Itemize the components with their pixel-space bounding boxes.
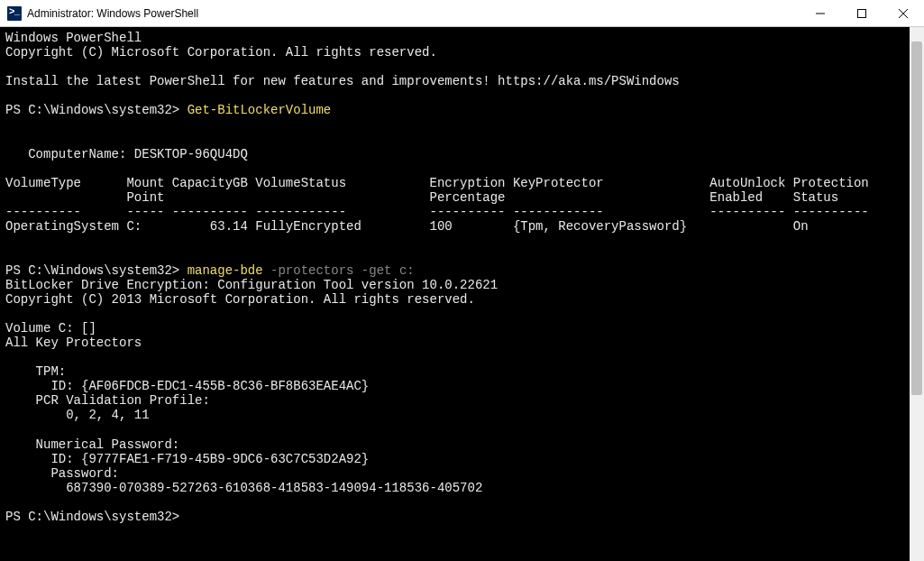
mbde-l7: PCR Validation Profile:: [5, 393, 210, 408]
mbde-l1: BitLocker Drive Encryption: Configuratio…: [5, 278, 498, 292]
table-row: OperatingSystem C: 63.14 FullyEncrypted …: [5, 219, 809, 234]
vertical-scrollbar[interactable]: [910, 27, 924, 561]
window-controls: [800, 0, 924, 26]
table-header-2: Point Percentage Enabled Status: [5, 190, 838, 205]
scrollbar-track[interactable]: [910, 41, 924, 547]
mbde-l10: ID: {9777FAE1-F719-45B9-9DC6-63C7C53D2A9…: [5, 452, 369, 466]
mbde-l9: Numerical Password:: [5, 437, 179, 452]
install-msg: Install the latest PowerShell for new fe…: [5, 74, 680, 88]
window-title: Administrator: Windows PowerShell: [27, 7, 800, 20]
window-titlebar: Administrator: Windows PowerShell: [0, 0, 924, 27]
mbde-l2: Copyright (C) 2013 Microsoft Corporation…: [5, 292, 475, 307]
prompt2-cmd: manage-bde: [188, 263, 263, 278]
prompt2-args: -protectors -get c:: [263, 263, 415, 278]
mbde-l12: 687390-070389-527263-610368-418583-14909…: [5, 481, 482, 495]
computer-name-line: ComputerName: DESKTOP-96QU4DQ: [5, 147, 248, 161]
mbde-l8: 0, 2, 4, 11: [5, 408, 150, 422]
intro-line2: Copyright (C) Microsoft Corporation. All…: [5, 45, 437, 60]
mbde-l5: TPM:: [5, 364, 66, 379]
console-output[interactable]: Windows PowerShell Copyright (C) Microso…: [0, 27, 910, 561]
mbde-l11: Password:: [5, 466, 119, 481]
maximize-button[interactable]: [841, 0, 883, 26]
table-rule: ---------- ----- ---------- ------------…: [5, 205, 869, 219]
scrollbar-thumb[interactable]: [911, 41, 922, 395]
mbde-l3: Volume C: []: [5, 321, 96, 336]
prompt1-cmd: Get-BitLockerVolume: [188, 103, 332, 117]
mbde-l4: All Key Protectors: [5, 336, 142, 350]
prompt3-path: PS C:\Windows\system32>: [5, 510, 179, 524]
console-body: Windows PowerShell Copyright (C) Microso…: [0, 27, 924, 561]
mbde-l6: ID: {AF06FDCB-EDC1-455B-8C36-BF8B63EAE4A…: [5, 379, 369, 393]
svg-rect-1: [858, 9, 866, 17]
close-button[interactable]: [883, 0, 924, 26]
prompt2-path: PS C:\Windows\system32>: [5, 263, 188, 278]
prompt1-path: PS C:\Windows\system32>: [5, 103, 188, 117]
powershell-icon: [7, 6, 22, 21]
minimize-button[interactable]: [800, 0, 841, 26]
intro-line1: Windows PowerShell: [5, 31, 142, 45]
table-header-1: VolumeType Mount CapacityGB VolumeStatus…: [5, 176, 869, 190]
